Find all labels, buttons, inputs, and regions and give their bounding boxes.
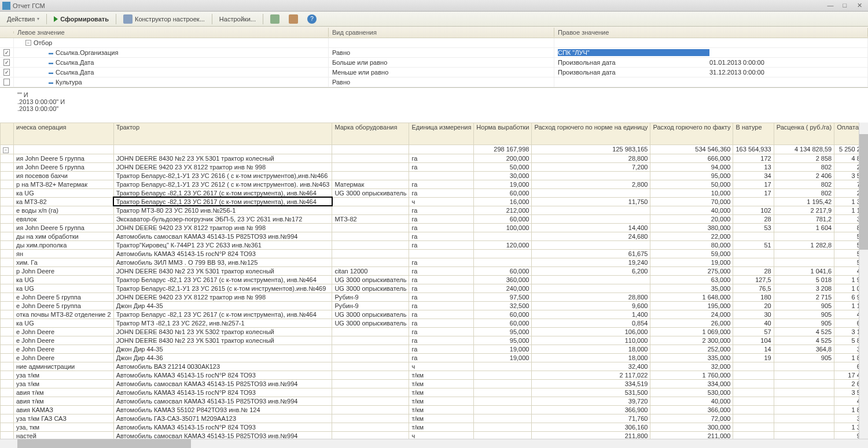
table-row[interactable]: ды хим.прополкаТрактор"Кировец" К-744Р1 … [1,240,869,249]
filter-hdr-left: Левое значение [14,28,329,37]
table-row[interactable]: уза т/кмАвтомобиль самосвал КАМАЗ 45143-… [1,379,869,388]
table-row[interactable]: отка почвы МТЗ-82 отделение 2Трактор Бел… [1,310,869,319]
window-title: Отчет ГСМ [13,2,824,9]
table-row[interactable]: авия КАМАЗАвтомобиль КАМАЗ 55102 Р842ТО9… [1,405,869,414]
table-row[interactable]: ия John Deere 5 группаJOHN DEERE 8430 №2… [1,154,869,162]
filter-row[interactable]: ✓▬Ссылка.ОрганизацияРавноСПК "ЛУЧ" [0,48,868,58]
help-button[interactable]: ? [304,13,320,25]
table-row[interactable]: р John DeereJOHN DEERE 8430 №2 23 УК 530… [1,266,869,275]
table-row[interactable]: е John DeereJOHN DEERE 8430 №1 23 УК 530… [1,327,869,336]
table-row[interactable]: авия т/кмАвтомобиль самосвал КАМАЗ 45143… [1,397,869,405]
table-row[interactable]: ка МТЗ-82Трактор Беларус -82,1 23 УС 261… [1,197,869,206]
table-row[interactable]: е John Deere 5 группаJOHN DEERE 9420 23 … [1,293,869,301]
totals-row: −298 167,998125 983,165534 546,360163 56… [1,145,869,154]
table-row[interactable]: ия посевов бахчиТрактор Беларус-82,1-У1 … [1,171,869,180]
filter-rv2[interactable]: 31.12.2013 0:00:00 [709,69,864,76]
table-row[interactable]: е John DeereДжон Дир 44-36га19,00018,000… [1,353,869,362]
filter-field: Ссылка.Дата [56,69,94,76]
actions-menu[interactable]: Действия ▾ [3,14,43,24]
constructor-button[interactable]: Конструктор настроек... [120,13,208,25]
table-row[interactable]: е John DeereДжон Дир 44-35га19,00018,000… [1,345,869,353]
filter-field: Ссылка.Организация [56,49,118,56]
table-row[interactable]: ды на хим обработкиАвтомобиль самосвал К… [1,232,869,240]
table-row[interactable]: ние администрацииАвтомобиль ВАЗ 21214 00… [1,362,869,371]
app-icon [2,2,10,10]
table-row[interactable]: янАвтомобиль КАМАЗ 45143-15 госN°Р 824 Т… [1,249,869,258]
filter-rv1[interactable]: Произвольная дата [558,69,709,76]
vertical-scrollbar[interactable] [859,123,868,448]
help-icon: ? [307,14,317,24]
table-row[interactable]: ка UGТрактор Беларус -82,1 23 УС 2617 (с… [1,275,869,284]
table-row[interactable]: уза т/км ГАЗ САЗАвтомобиль ГАЗ-САЗ-35071… [1,414,869,423]
bullet-icon: ▬ [49,60,53,65]
table-row[interactable]: р на МТЗ-82+ МатермакТрактор Беларус-82,… [1,180,869,188]
maximize-button[interactable]: □ [838,2,851,9]
filter-rv1[interactable]: СПК "ЛУЧ" [558,49,709,56]
checkbox[interactable]: ✓ [3,69,10,76]
minimize-button[interactable]: — [824,2,837,9]
table-icon [270,14,279,24]
table-row[interactable]: ия John Deere 5 группаJOHN DEERE 9420 23… [1,223,869,232]
filter-rv2[interactable]: 01.01.2013 0:00:00 [709,59,864,66]
filter-cmp[interactable]: Больше или равно [329,58,554,67]
table-row[interactable]: евялокЭкскаватор-бульдозер-погрузчик ЭБП… [1,214,869,223]
table-row[interactable]: авия т/кмАвтомобиль КАМАЗ 45143-15 госN°… [1,388,869,397]
play-icon [54,16,58,22]
filter-cmp[interactable]: Равно [329,77,554,87]
filter-rv1[interactable]: Произвольная дата [558,59,709,66]
filter-group-row[interactable]: −Отбор [0,38,868,48]
wrench-icon [123,14,133,24]
filter-row[interactable]: ✓▬Ссылка.ДатаМеньше или равноПроизвольна… [0,68,868,77]
checkbox[interactable]: ✓ [3,49,10,56]
filter-field: Культура [56,79,82,86]
table-row[interactable]: е John DeereJOHN DEERE 8430 №2 23 УК 530… [1,336,869,345]
checkbox[interactable] [3,79,10,86]
settings-button[interactable]: Настройки... [216,14,259,24]
tool-icon-1[interactable] [267,13,283,25]
table-row[interactable]: е воды х/п (га)Трактор МТЗ-80 23 УС 2610… [1,206,869,214]
collapse-icon[interactable]: − [25,40,31,46]
horizontal-scrollbar[interactable] [0,439,868,448]
bullet-icon: ▬ [49,50,53,55]
table-row[interactable]: ка UGТрактор Беларус -82,1 23 УС 2617 (с… [1,188,869,197]
filter-hdr-right: Правое значение [554,28,868,37]
filter-header: Левое значение Вид сравнения Правое знач… [0,27,868,38]
filter-panel: Левое значение Вид сравнения Правое знач… [0,27,868,88]
checkbox[interactable]: ✓ [3,59,10,66]
filter-row[interactable]: ✓▬Ссылка.ДатаБольше или равноПроизвольна… [0,58,868,68]
info-block: "" И .2013 0:00:00" И .2013 0:00:00" [0,88,868,123]
collapse-icon[interactable]: − [3,147,9,153]
bullet-icon: ▬ [49,70,53,75]
window-titlebar: Отчет ГСМ — □ ✕ [0,0,868,12]
close-button[interactable]: ✕ [853,2,866,9]
filter-field: Ссылка.Дата [56,59,94,66]
export-icon [289,14,298,24]
filter-row[interactable]: ▬КультураРавно [0,77,868,87]
table-row[interactable]: хим. ГаАвтомобиль ЗИЛ ММЗ . О 799 ВВ 93,… [1,258,869,266]
bullet-icon: ▬ [49,80,53,85]
toolbar: Действия ▾ Сформировать Конструктор наст… [0,12,868,27]
report-header-row: ическа операция Трактор Марка оборудован… [1,123,869,145]
filter-cmp[interactable]: Меньше или равно [329,68,554,77]
table-row[interactable]: ка UGТрактор МТЗ -82,1 23 УС 2622, инв.№… [1,319,869,327]
report-grid[interactable]: ическа операция Трактор Марка оборудован… [0,123,868,448]
table-row[interactable]: ка UGТрактор Беларус-82,1-У1 23 УС 2615 … [1,284,869,293]
table-row[interactable]: е John Deere 5 группаДжон Дир 44-35Рубин… [1,301,869,310]
form-button[interactable]: Сформировать [50,14,112,24]
table-row[interactable]: ия John Deere 5 группаJOHN DEERE 9420 23… [1,162,869,171]
table-row[interactable]: уза, ткмАвтомобиль КАМАЗ 45143-15 госN°Р… [1,423,869,431]
filter-cmp[interactable]: Равно [329,48,554,57]
filter-hdr-cmp: Вид сравнения [329,28,554,37]
table-row[interactable]: уза т/кмАвтомобиль КАМАЗ 45143-15 госN°Р… [1,371,869,379]
tool-icon-2[interactable] [285,13,301,25]
